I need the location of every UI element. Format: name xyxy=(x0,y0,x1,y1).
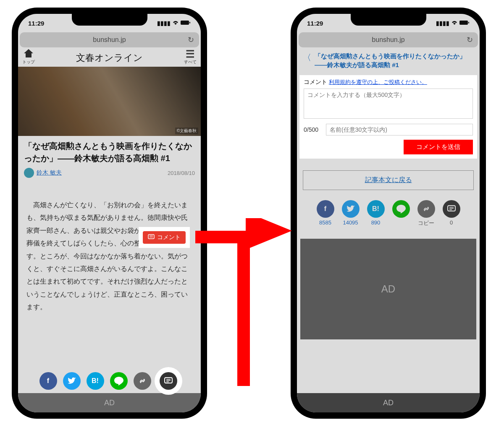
twitter-count: 14095 xyxy=(342,219,360,226)
chevron-left-icon: 〈 xyxy=(303,52,311,69)
status-icons: ▮▮▮▮ xyxy=(436,20,470,26)
comment-button-highlight: コメント xyxy=(140,229,188,246)
send-comment-button[interactable]: コメントを送信 xyxy=(404,140,473,154)
line-icon[interactable] xyxy=(110,372,128,390)
line-icon xyxy=(392,200,410,218)
twitter-icon[interactable] xyxy=(63,372,81,390)
reload-icon[interactable]: ↻ xyxy=(467,35,473,44)
back-to-article-label: 記事本文に戻る xyxy=(365,176,412,183)
ad-bar: AD xyxy=(297,393,480,412)
comment-textarea[interactable] xyxy=(304,89,473,119)
terms-link[interactable]: 利用規約を遵守の上、ご投稿ください。 xyxy=(329,79,427,85)
byline: 鈴木 敏夫 2018/08/10 xyxy=(18,166,201,181)
back-title-link[interactable]: 〈 「なぜ高畑勲さんともう映画を作りたくなかったか」――鈴木敏夫が語る高畑勲 #… xyxy=(297,47,480,73)
link-icon xyxy=(417,200,435,218)
hatena-icon[interactable]: B! xyxy=(87,372,104,390)
comment-button-label: コメント xyxy=(157,234,181,241)
share-hatena[interactable]: B! 890 xyxy=(367,200,385,226)
signal-icon: ▮▮▮▮ xyxy=(436,20,449,26)
svg-rect-0 xyxy=(181,21,189,25)
notch xyxy=(351,14,426,26)
link-icon[interactable] xyxy=(134,372,151,390)
phone-right: 11:29 ▮▮▮▮ bunshun.jp ↻ 〈 「なぜ高畑勲さんともう映画を… xyxy=(291,8,486,419)
phone-left: 11:29 ▮▮▮▮ bunshun.jp ↻ トップ 文 xyxy=(12,8,207,419)
battery-icon xyxy=(459,20,470,26)
hatena-count: 890 xyxy=(367,219,385,226)
comment-row2: 0/500 xyxy=(304,124,473,136)
publish-date: 2018/08/10 xyxy=(168,170,195,176)
home-button[interactable]: トップ xyxy=(22,49,35,65)
share-twitter[interactable]: 14095 xyxy=(342,200,360,226)
share-copy[interactable]: コピー xyxy=(417,200,435,227)
share-facebook[interactable]: f 8585 xyxy=(317,200,334,226)
screen-left: 11:29 ▮▮▮▮ bunshun.jp ↻ トップ 文 xyxy=(18,14,201,412)
url-text: bunshun.jp xyxy=(372,36,404,44)
wifi-icon xyxy=(172,20,179,26)
svg-rect-2 xyxy=(148,235,154,239)
back-to-article-button[interactable]: 記事本文に戻る xyxy=(303,170,474,190)
status-time: 11:29 xyxy=(307,20,323,27)
comment-form-header: コメント 利用規約を遵守の上、ご投稿ください。 xyxy=(304,78,473,86)
url-bar[interactable]: bunshun.jp ↻ xyxy=(20,32,199,47)
facebook-count: 8585 xyxy=(317,219,334,226)
flow-arrow xyxy=(195,218,304,394)
comment-bubble-button[interactable] xyxy=(160,372,177,390)
app-header: トップ 文春オンライン ☰ すべて xyxy=(18,47,201,65)
screen-right: 11:29 ▮▮▮▮ bunshun.jp ↻ 〈 「なぜ高畑勲さんともう映画を… xyxy=(297,14,480,412)
facebook-icon: f xyxy=(317,200,334,218)
article-body: 高畑さんが亡くなり、「お別れの会」を終えたいまも、気持ちが収まる気配がありません… xyxy=(18,181,201,314)
menu-icon: ☰ xyxy=(184,49,197,59)
brand-title: 文春オンライン xyxy=(76,50,143,64)
twitter-icon xyxy=(342,200,360,218)
author-link[interactable]: 鈴木 敏夫 xyxy=(37,169,62,177)
article-title: 「なぜ高畑勲さんともう映画を作りたくなかったか」――鈴木敏夫が語る高畑勲 #1 xyxy=(18,136,201,166)
comment-button[interactable]: コメント xyxy=(143,231,186,244)
char-counter: 0/500 xyxy=(304,126,322,133)
avatar-icon xyxy=(24,168,34,178)
comment-count: 0 xyxy=(443,219,460,226)
comment-icon xyxy=(443,200,460,218)
share-line[interactable] xyxy=(392,200,410,226)
comment-label: コメント xyxy=(304,78,327,85)
hero-image: ©文藝春秋 xyxy=(18,67,201,136)
status-time: 11:29 xyxy=(28,20,44,27)
status-icons: ▮▮▮▮ xyxy=(157,20,191,26)
share-comment[interactable]: 0 xyxy=(443,200,460,226)
copy-label: コピー xyxy=(417,219,435,227)
notch xyxy=(72,14,147,26)
home-label: トップ xyxy=(22,59,35,65)
hatena-icon: B! xyxy=(367,200,385,218)
reload-icon[interactable]: ↻ xyxy=(188,35,194,44)
wifi-icon xyxy=(451,20,458,26)
url-text: bunshun.jp xyxy=(93,36,126,44)
menu-label: すべて xyxy=(184,59,197,65)
comment-bubble-highlight xyxy=(157,370,180,392)
share-row: f B! xyxy=(18,370,201,392)
ad-big: AD xyxy=(300,239,476,339)
back-title-text: 「なぜ高畑勲さんともう映画を作りたくなかったか」――鈴木敏夫が語る高畑勲 #1 xyxy=(315,52,474,69)
svg-rect-1 xyxy=(189,22,190,23)
battery-icon xyxy=(181,20,191,26)
svg-rect-9 xyxy=(459,21,468,25)
name-input[interactable] xyxy=(326,124,473,136)
hero-caption: ©文藝春秋 xyxy=(175,128,198,134)
url-bar[interactable]: bunshun.jp ↻ xyxy=(299,32,478,47)
home-icon xyxy=(22,49,35,59)
comment-icon xyxy=(148,234,155,241)
svg-rect-10 xyxy=(468,22,469,23)
share-row: f 8585 14095 B! 890 xyxy=(297,200,480,227)
signal-icon: ▮▮▮▮ xyxy=(157,20,171,26)
line-label xyxy=(392,219,410,226)
menu-button[interactable]: ☰ すべて xyxy=(184,49,197,65)
ad-bar: AD xyxy=(18,393,201,412)
comment-form: コメント 利用規約を遵守の上、ご投稿ください。 0/500 コメントを送信 xyxy=(299,75,477,159)
facebook-icon[interactable]: f xyxy=(39,372,57,390)
